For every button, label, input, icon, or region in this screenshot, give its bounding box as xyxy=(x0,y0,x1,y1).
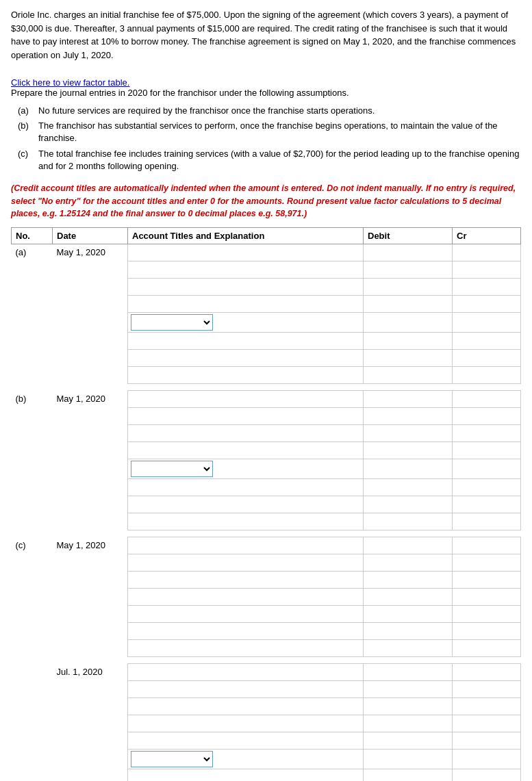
account-cell-a1[interactable] xyxy=(128,244,364,261)
account-input-a7[interactable] xyxy=(128,350,363,366)
debit-cell-c4[interactable] xyxy=(364,589,453,606)
credit-cell-j3[interactable] xyxy=(453,698,521,715)
credit-input-b5[interactable] xyxy=(453,461,520,477)
debit-input-c5[interactable] xyxy=(364,606,452,622)
credit-cell-c7[interactable] xyxy=(453,640,521,657)
debit-cell-b5[interactable] xyxy=(364,459,453,479)
credit-cell-j5[interactable] xyxy=(453,732,521,750)
dropdown-cell-a[interactable] xyxy=(128,313,364,333)
credit-input-a5[interactable] xyxy=(453,314,520,331)
debit-cell-c6[interactable] xyxy=(364,623,453,640)
credit-cell-b3[interactable] xyxy=(453,425,521,442)
debit-input-j3[interactable] xyxy=(364,698,452,715)
credit-cell-b5[interactable] xyxy=(453,459,521,479)
credit-cell-j6[interactable] xyxy=(453,750,521,769)
account-cell-j4[interactable] xyxy=(128,715,364,732)
debit-input-b3[interactable] xyxy=(364,425,452,441)
debit-input-j5[interactable] xyxy=(364,732,452,749)
account-cell-a8[interactable] xyxy=(128,367,364,384)
debit-input-a2[interactable] xyxy=(364,261,452,278)
account-cell-a4[interactable] xyxy=(128,296,364,313)
credit-input-j1[interactable] xyxy=(453,664,520,680)
credit-cell-a7[interactable] xyxy=(453,350,521,367)
credit-cell-a4[interactable] xyxy=(453,296,521,313)
account-cell-j2[interactable] xyxy=(128,681,364,698)
credit-cell-a1[interactable] xyxy=(453,244,521,261)
account-input-c7[interactable] xyxy=(128,640,363,656)
account-cell-j3[interactable] xyxy=(128,698,364,715)
debit-input-b6[interactable] xyxy=(364,479,452,496)
credit-cell-b4[interactable] xyxy=(453,442,521,459)
account-cell-j1[interactable] xyxy=(128,664,364,681)
credit-input-j2[interactable] xyxy=(453,681,520,697)
credit-input-b7[interactable] xyxy=(453,496,520,513)
account-input-c6[interactable] xyxy=(128,623,363,639)
credit-cell-c2[interactable] xyxy=(453,554,521,572)
credit-cell-b8[interactable] xyxy=(453,513,521,530)
credit-cell-a3[interactable] xyxy=(453,279,521,296)
debit-cell-c7[interactable] xyxy=(364,640,453,657)
account-cell-b1[interactable] xyxy=(128,391,364,408)
credit-cell-c3[interactable] xyxy=(453,572,521,589)
account-cell-c4[interactable] xyxy=(128,589,364,606)
dropdown-b[interactable] xyxy=(131,461,213,477)
account-input-j2[interactable] xyxy=(128,681,363,697)
credit-input-c2[interactable] xyxy=(453,554,520,571)
credit-cell-b6[interactable] xyxy=(453,479,521,496)
debit-cell-c1[interactable] xyxy=(364,537,453,554)
account-input-j7[interactable] xyxy=(128,769,363,781)
debit-cell-a3[interactable] xyxy=(364,279,453,296)
account-input-a3[interactable] xyxy=(128,279,363,295)
credit-input-a7[interactable] xyxy=(453,350,520,366)
dropdown-jul[interactable] xyxy=(131,751,213,767)
debit-cell-b8[interactable] xyxy=(364,513,453,530)
credit-cell-c5[interactable] xyxy=(453,606,521,623)
account-input-c2[interactable] xyxy=(128,554,363,571)
credit-input-c6[interactable] xyxy=(453,623,520,639)
credit-input-b2[interactable] xyxy=(453,408,520,424)
credit-cell-c6[interactable] xyxy=(453,623,521,640)
account-cell-b2[interactable] xyxy=(128,408,364,425)
credit-input-a4[interactable] xyxy=(453,296,520,312)
debit-cell-a4[interactable] xyxy=(364,296,453,313)
account-cell-j7[interactable] xyxy=(128,769,364,781)
credit-input-j5[interactable] xyxy=(453,732,520,749)
debit-input-c1[interactable] xyxy=(364,537,452,554)
account-input-a2[interactable] xyxy=(128,261,363,278)
credit-input-j4[interactable] xyxy=(453,715,520,732)
account-cell-c3[interactable] xyxy=(128,572,364,589)
debit-input-b2[interactable] xyxy=(364,408,452,424)
debit-cell-b1[interactable] xyxy=(364,391,453,408)
credit-input-c1[interactable] xyxy=(453,537,520,554)
account-input-a8[interactable] xyxy=(128,367,363,383)
credit-input-b6[interactable] xyxy=(453,479,520,496)
debit-cell-c2[interactable] xyxy=(364,554,453,572)
debit-cell-a7[interactable] xyxy=(364,350,453,367)
credit-input-b1[interactable] xyxy=(453,391,520,407)
account-cell-c7[interactable] xyxy=(128,640,364,657)
factor-table-link[interactable]: Click here to view factor table. xyxy=(11,77,129,88)
credit-input-c7[interactable] xyxy=(453,640,520,656)
account-cell-a2[interactable] xyxy=(128,261,364,279)
dropdown-cell-b[interactable] xyxy=(128,459,364,479)
account-input-b6[interactable] xyxy=(128,479,363,496)
debit-cell-c3[interactable] xyxy=(364,572,453,589)
account-cell-j5[interactable] xyxy=(128,732,364,750)
account-cell-c5[interactable] xyxy=(128,606,364,623)
credit-input-b4[interactable] xyxy=(453,442,520,459)
account-input-b4[interactable] xyxy=(128,442,363,459)
account-input-a4[interactable] xyxy=(128,296,363,312)
credit-cell-b7[interactable] xyxy=(453,496,521,513)
debit-input-j4[interactable] xyxy=(364,715,452,732)
debit-cell-j7[interactable] xyxy=(364,769,453,781)
credit-input-b3[interactable] xyxy=(453,425,520,441)
debit-input-c7[interactable] xyxy=(364,640,452,656)
account-cell-c6[interactable] xyxy=(128,623,364,640)
dropdown-cell-jul[interactable] xyxy=(128,750,364,769)
account-input-b1[interactable] xyxy=(128,391,363,407)
credit-cell-j2[interactable] xyxy=(453,681,521,698)
account-input-j4[interactable] xyxy=(128,715,363,732)
account-cell-b8[interactable] xyxy=(128,513,364,530)
debit-cell-j4[interactable] xyxy=(364,715,453,732)
credit-cell-a6[interactable] xyxy=(453,333,521,350)
